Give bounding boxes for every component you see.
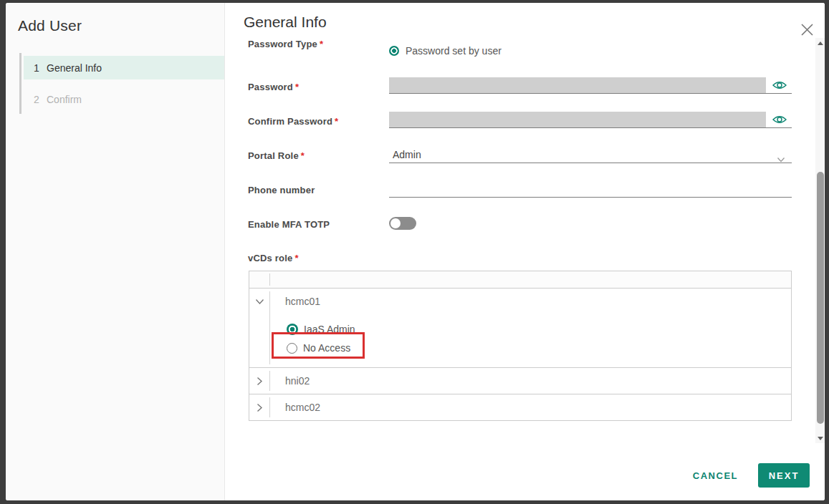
step-number: 1 [34,62,47,74]
modal-footer: CANCEL NEXT [689,463,810,488]
tree-node-hcmc02[interactable]: hcmc02 [249,394,791,420]
portal-role-label: Portal Role* [248,150,305,161]
tree-node-hcmc01[interactable]: hcmc01 [249,289,791,314]
portal-role-dropdown-button[interactable] [777,152,785,165]
next-button[interactable]: NEXT [758,463,810,488]
expand-button[interactable] [249,403,269,412]
chevron-right-icon [257,403,263,412]
wizard-step-list: 1 General Info 2 Confirm [19,53,224,114]
table-row-hcmc02: hcmc02 [249,394,791,420]
portal-role-underline [389,163,792,163]
password-input[interactable] [389,77,766,93]
confirm-password-underline [389,127,792,128]
scroll-down-button[interactable] [815,433,825,443]
chevron-right-icon [257,377,263,386]
wizard-sidebar: Add User 1 General Info 2 Confirm [6,3,225,500]
table-row-hni02: hni02 [249,368,791,394]
expand-button[interactable] [249,377,269,386]
phone-number-label: Phone number [248,185,315,195]
required-marker: * [335,116,338,127]
page-title: General Info [244,14,327,31]
table-row-hcmc01: hcmc01 IaaS Admin No Access [249,289,791,368]
password-underline [389,93,792,94]
required-marker: * [301,150,305,161]
collapse-button[interactable] [249,299,269,305]
role-radio-no-access[interactable]: No Access [287,339,791,357]
wizard-step-general-info[interactable]: 1 General Info [24,56,224,79]
column-divider [269,371,270,391]
arrow-down-icon [818,437,823,440]
show-password-button[interactable] [772,79,787,91]
role-options: IaaS Admin No Access [249,314,791,367]
vertical-scrollbar[interactable] [815,38,825,443]
radio-selected-icon [287,324,298,335]
radio-label: IaaS Admin [304,324,355,335]
mfa-totp-label: Enable MFA TOTP [248,219,330,230]
portal-role-select[interactable]: Admin [393,149,421,160]
chevron-down-icon [777,157,785,163]
node-name: hcmc02 [285,402,320,413]
password-label: Password* [248,82,299,92]
required-marker: * [320,39,323,49]
close-button[interactable] [799,21,815,37]
modal-title: Add User [18,17,224,34]
confirm-password-input[interactable] [389,112,766,127]
close-icon [800,23,814,37]
role-radio-iaas-admin[interactable]: IaaS Admin [287,320,791,339]
wizard-step-confirm: 2 Confirm [24,87,224,111]
vcds-role-table: hcmc01 IaaS Admin No Access [249,271,792,421]
node-name: hcmc01 [285,296,320,307]
required-marker: * [295,82,299,92]
confirm-password-label: Confirm Password* [248,116,338,127]
cancel-button[interactable]: CANCEL [689,465,742,487]
node-name: hni02 [285,375,310,387]
tree-node-hni02[interactable]: hni02 [249,368,791,394]
required-marker: * [295,253,299,263]
column-divider [269,273,270,286]
toggle-knob [390,218,401,228]
add-user-modal: Add User 1 General Info 2 Confirm Genera… [6,3,825,500]
mfa-totp-toggle[interactable] [389,217,416,230]
phone-number-underline [389,197,792,198]
radio-selected-icon [389,46,399,56]
scroll-up-button[interactable] [815,38,825,48]
step-label: General Info [47,62,102,74]
password-set-by-user-radio[interactable]: Password set by user [389,45,502,57]
step-number: 2 [34,94,47,105]
column-divider [269,291,270,364]
arrow-up-icon [818,42,823,45]
table-header-row [249,271,791,289]
password-type-label: Password Type* [248,39,323,49]
phone-number-input[interactable] [389,181,766,197]
column-divider [269,397,270,417]
form-scroll-area: Password Type* Password set by user Pass… [225,38,816,442]
vcds-role-label: vCDs role* [248,253,299,263]
step-label: Confirm [47,94,82,105]
radio-label: No Access [303,342,350,354]
scrollbar-thumb[interactable] [817,172,824,424]
chevron-down-icon [255,299,264,305]
radio-label: Password set by user [406,45,502,57]
show-confirm-password-button[interactable] [772,114,787,125]
radio-unselected-icon [287,343,297,354]
eye-icon [772,114,787,125]
modal-body: General Info Password Type* Password set… [225,3,825,500]
eye-icon [772,79,787,91]
